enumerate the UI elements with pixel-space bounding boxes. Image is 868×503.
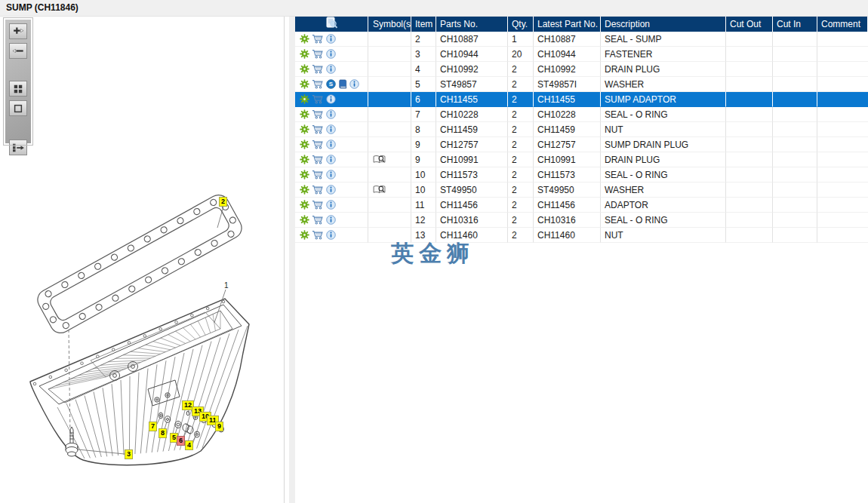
single-view-button[interactable] — [9, 100, 27, 116]
cell-item: 12 — [411, 213, 436, 228]
cell-comment — [817, 77, 868, 92]
gear-icon[interactable] — [300, 124, 309, 134]
header-cut-in[interactable]: Cut In — [773, 17, 817, 32]
cell-parts-no: CH10991 — [436, 152, 508, 167]
table-row[interactable]: 7CH102282CH10228SEAL - O RING — [295, 107, 868, 122]
cart-icon[interactable] — [312, 200, 324, 210]
cart-icon[interactable] — [312, 140, 324, 149]
gear-icon[interactable] — [300, 49, 309, 59]
cart-icon[interactable] — [312, 109, 324, 119]
table-row[interactable]: 9CH109912CH10991DRAIN PLUG — [295, 152, 868, 167]
gear-icon[interactable] — [300, 109, 309, 119]
cart-icon[interactable] — [312, 170, 324, 179]
zoom-in-button[interactable] — [9, 23, 27, 39]
gear-icon[interactable] — [300, 185, 309, 195]
info-icon[interactable] — [326, 34, 336, 44]
cart-icon[interactable] — [312, 185, 324, 195]
table-row[interactable]: 4CH109922CH10992DRAIN PLUG — [295, 62, 868, 77]
cart-icon[interactable] — [312, 49, 324, 59]
cell-symbols — [368, 62, 411, 77]
s-icon[interactable]: S — [326, 79, 336, 89]
gear-icon[interactable] — [300, 140, 309, 149]
info-icon[interactable] — [326, 215, 336, 225]
cart-icon[interactable] — [312, 124, 324, 134]
gear-icon[interactable] — [300, 215, 309, 225]
header-comment[interactable]: Comment — [817, 17, 868, 32]
table-row[interactable]: 6CH114552CH11455SUMP ADAPTOR — [295, 92, 868, 107]
export-list-button[interactable] — [9, 140, 27, 155]
book-icon[interactable] — [338, 79, 347, 89]
header-parts-no[interactable]: Parts No. — [436, 17, 508, 32]
cell-symbols — [368, 122, 411, 137]
table-row[interactable]: 9CH127572CH12757SUMP DRAIN PLUG — [295, 137, 868, 152]
gear-icon[interactable] — [300, 155, 309, 164]
cell-latest-part-no: CH11460 — [534, 228, 601, 243]
book-magnifier-icon[interactable] — [373, 155, 386, 164]
gear-icon[interactable] — [300, 64, 309, 74]
cart-icon[interactable] — [312, 79, 324, 89]
callout-1[interactable]: 1 — [223, 281, 230, 290]
callout-3[interactable]: 3 — [125, 449, 133, 459]
info-icon[interactable] — [349, 79, 359, 89]
doc-magnifier-icon — [325, 17, 337, 32]
cart-icon[interactable] — [312, 64, 324, 74]
cell-cut-out — [726, 228, 773, 243]
header-cut-out[interactable]: Cut Out — [726, 17, 773, 32]
callout-8[interactable]: 8 — [159, 428, 167, 438]
gear-icon[interactable] — [300, 94, 309, 104]
cart-icon[interactable] — [312, 215, 324, 225]
pane-splitter[interactable] — [289, 17, 295, 503]
callout-7[interactable]: 7 — [149, 422, 157, 431]
gear-icon[interactable] — [300, 170, 309, 179]
info-icon[interactable] — [326, 140, 336, 149]
header-item[interactable]: Item — [411, 17, 436, 32]
diagram-pane: 12378564121310119 — [0, 17, 289, 503]
cell-qty: 2 — [508, 228, 534, 243]
table-row[interactable]: 12CH103162CH10316SEAL - O RING — [295, 213, 868, 228]
info-icon[interactable] — [326, 109, 336, 119]
info-icon[interactable] — [326, 230, 336, 240]
table-row[interactable]: 3CH1094420CH10944FASTENER — [295, 47, 868, 62]
cart-icon[interactable] — [312, 94, 324, 104]
gear-icon[interactable] — [300, 79, 309, 89]
info-icon[interactable] — [326, 64, 336, 74]
info-icon[interactable] — [326, 185, 336, 195]
cell-parts-no: CH11573 — [436, 167, 508, 182]
cell-parts-no: ST49950 — [436, 182, 508, 198]
table-row[interactable]: 11CH114562CH11456ADAPTOR — [295, 198, 868, 213]
info-icon[interactable] — [326, 49, 336, 59]
callout-6[interactable]: 6 — [177, 436, 185, 446]
diagram-toolbar — [4, 18, 32, 145]
header-latest-part-no[interactable]: Latest Part No. — [534, 17, 601, 32]
table-row[interactable]: 10ST499502ST49950WASHER — [295, 182, 868, 198]
callout-4[interactable]: 4 — [185, 440, 193, 450]
table-row[interactable]: 8CH114592CH11459NUT — [295, 122, 868, 137]
gear-icon[interactable] — [300, 200, 309, 210]
cell-description: DRAIN PLUG — [601, 152, 726, 167]
cart-icon[interactable] — [312, 34, 324, 44]
table-row[interactable]: S5ST498572ST49857IWASHER — [295, 77, 868, 92]
callout-9[interactable]: 9 — [215, 422, 223, 431]
header-qty[interactable]: Qty. — [508, 17, 534, 32]
table-row[interactable]: 10CH115732CH11573SEAL - O RING — [295, 167, 868, 182]
book-magnifier-icon[interactable] — [373, 185, 386, 195]
header-description[interactable]: Description — [601, 17, 726, 32]
header-symbols[interactable]: Symbol(s) — [368, 17, 411, 32]
row-action-icons — [295, 198, 368, 213]
info-icon[interactable] — [326, 170, 336, 179]
gear-icon[interactable] — [300, 230, 309, 240]
cell-comment — [817, 137, 868, 152]
cart-icon[interactable] — [312, 230, 324, 240]
zoom-out-button[interactable] — [9, 43, 27, 59]
cart-icon[interactable] — [312, 155, 324, 164]
cell-item: 3 — [411, 47, 436, 62]
table-row[interactable]: 13CH114602CH11460NUT — [295, 228, 868, 243]
info-icon[interactable] — [326, 94, 336, 104]
table-row[interactable]: 2CH108871CH10887SEAL - SUMP — [295, 32, 868, 47]
gear-icon[interactable] — [300, 34, 309, 44]
callout-2[interactable]: 2 — [219, 197, 227, 207]
info-icon[interactable] — [326, 155, 336, 164]
tile-view-button[interactable] — [9, 81, 27, 97]
info-icon[interactable] — [326, 124, 336, 134]
info-icon[interactable] — [326, 200, 336, 210]
